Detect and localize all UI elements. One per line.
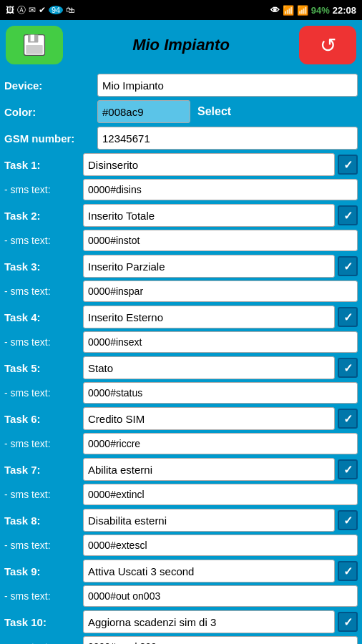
task-input-10[interactable] xyxy=(83,610,335,633)
sms-label-9: - sms text: xyxy=(4,590,83,602)
task-checkbox-2[interactable] xyxy=(338,205,358,225)
task-input-6[interactable] xyxy=(83,407,335,430)
sms-label-2: - sms text: xyxy=(4,235,83,246)
task-row-8: Task 8: xyxy=(4,508,358,532)
sms-input-5[interactable] xyxy=(83,382,358,404)
number-badge: 94 xyxy=(49,6,63,14)
svg-rect-2 xyxy=(31,35,34,42)
sms-input-2[interactable] xyxy=(83,230,358,251)
email-icon: ✉ xyxy=(29,5,36,15)
sms-input-3[interactable] xyxy=(83,280,358,302)
task-section-2: Task 2:- sms text: xyxy=(4,203,358,252)
back-icon: ↺ xyxy=(320,34,336,57)
back-button[interactable]: ↺ xyxy=(299,26,356,64)
task-row-1: Task 1: xyxy=(4,152,358,177)
sms-input-7[interactable] xyxy=(83,484,358,505)
task-label-9: Task 9: xyxy=(4,565,83,577)
task-section-9: Task 9:- sms text: xyxy=(4,559,358,608)
status-right: 👁 📶 📶 94% 22:08 xyxy=(270,5,356,16)
sms-input-4[interactable] xyxy=(83,331,358,353)
gsm-input[interactable] xyxy=(97,127,358,150)
tasks-container: Task 1:- sms text:Task 2:- sms text:Task… xyxy=(4,152,358,644)
sms-input-6[interactable] xyxy=(83,433,358,454)
task-checkbox-3[interactable] xyxy=(338,256,358,276)
sms-row-9: - sms text: xyxy=(4,585,358,608)
color-row: Color: Select xyxy=(4,99,358,124)
task-row-10: Task 10: xyxy=(4,610,358,634)
sms-input-1[interactable] xyxy=(83,179,358,200)
header: Mio Impianto ↺ xyxy=(0,20,362,70)
gsm-label: GSM number: xyxy=(4,132,97,145)
bag-icon: 🛍 xyxy=(66,5,74,15)
task-section-4: Task 4:- sms text: xyxy=(4,305,358,353)
task-section-6: Task 6:- sms text: xyxy=(4,406,358,455)
task-checkbox-6[interactable] xyxy=(338,409,358,429)
task-label-5: Task 5: xyxy=(4,362,83,374)
task-section-5: Task 5:- sms text: xyxy=(4,356,358,404)
color-label: Color: xyxy=(4,106,97,118)
task-row-6: Task 6: xyxy=(4,406,358,431)
task-input-5[interactable] xyxy=(83,356,335,379)
task-label-8: Task 8: xyxy=(4,514,83,527)
task-label-6: Task 6: xyxy=(4,413,83,425)
task-checkbox-7[interactable] xyxy=(338,459,358,479)
task-checkbox-1[interactable] xyxy=(338,155,358,175)
task-section-7: Task 7:- sms text: xyxy=(4,457,358,506)
device-label: Device: xyxy=(4,79,97,92)
task-input-3[interactable] xyxy=(83,255,335,278)
sms-row-8: - sms text: xyxy=(4,534,358,557)
save-button[interactable] xyxy=(6,26,63,64)
sms-label-1: - sms text: xyxy=(4,184,83,195)
sms-label-6: - sms text: xyxy=(4,438,83,449)
task-section-10: Task 10:- sms text: xyxy=(4,610,358,644)
task-row-3: Task 3: xyxy=(4,254,358,278)
sms-row-1: - sms text: xyxy=(4,178,358,201)
task-row-7: Task 7: xyxy=(4,457,358,482)
task-checkbox-8[interactable] xyxy=(338,510,358,530)
sms-row-7: - sms text: xyxy=(4,483,358,506)
task-checkbox-10[interactable] xyxy=(338,612,358,632)
content-area: Device: Color: Select GSM number: Task 1… xyxy=(0,70,362,644)
eye-icon: 👁 xyxy=(270,5,280,16)
check-icon: ✔ xyxy=(39,5,46,15)
text-icon: Ⓐ xyxy=(17,4,26,16)
task-checkbox-9[interactable] xyxy=(338,561,358,581)
task-input-4[interactable] xyxy=(83,306,335,328)
sms-label-10: - sms text: xyxy=(4,641,83,644)
task-input-1[interactable] xyxy=(83,153,335,176)
task-checkbox-5[interactable] xyxy=(338,358,358,378)
task-input-8[interactable] xyxy=(83,509,335,532)
sms-input-8[interactable] xyxy=(83,535,358,556)
color-input[interactable] xyxy=(97,100,190,123)
gsm-row: GSM number: xyxy=(4,126,358,150)
wifi-icon: 📶 xyxy=(283,5,294,16)
sms-row-10: - sms text: xyxy=(4,635,358,644)
task-label-3: Task 3: xyxy=(4,260,83,273)
select-button[interactable]: Select xyxy=(190,99,238,124)
task-input-7[interactable] xyxy=(83,458,335,481)
svg-rect-3 xyxy=(26,45,42,54)
task-label-10: Task 10: xyxy=(4,616,83,628)
header-title: Mio Impianto xyxy=(63,36,299,54)
sms-row-2: - sms text: xyxy=(4,229,358,252)
task-row-9: Task 9: xyxy=(4,559,358,583)
device-input[interactable] xyxy=(97,74,358,97)
sms-label-7: - sms text: xyxy=(4,489,83,500)
task-input-2[interactable] xyxy=(83,204,335,227)
task-checkbox-4[interactable] xyxy=(338,307,358,327)
sms-input-9[interactable] xyxy=(83,585,358,607)
task-label-1: Task 1: xyxy=(4,159,83,171)
task-input-9[interactable] xyxy=(83,560,335,582)
status-bar: 🖼 Ⓐ ✉ ✔ 94 🛍 👁 📶 📶 94% 22:08 xyxy=(0,0,362,20)
device-row: Device: xyxy=(4,73,358,97)
task-section-3: Task 3:- sms text: xyxy=(4,254,358,303)
status-left-icons: 🖼 Ⓐ ✉ ✔ 94 🛍 xyxy=(6,4,74,16)
sms-label-3: - sms text: xyxy=(4,286,83,297)
task-section-1: Task 1:- sms text: xyxy=(4,152,358,201)
battery-text: 94% xyxy=(311,5,330,16)
task-section-8: Task 8:- sms text: xyxy=(4,508,358,557)
task-label-2: Task 2: xyxy=(4,210,83,222)
sms-input-10[interactable] xyxy=(83,636,358,644)
sms-row-3: - sms text: xyxy=(4,280,358,303)
sms-label-4: - sms text: xyxy=(4,336,83,348)
